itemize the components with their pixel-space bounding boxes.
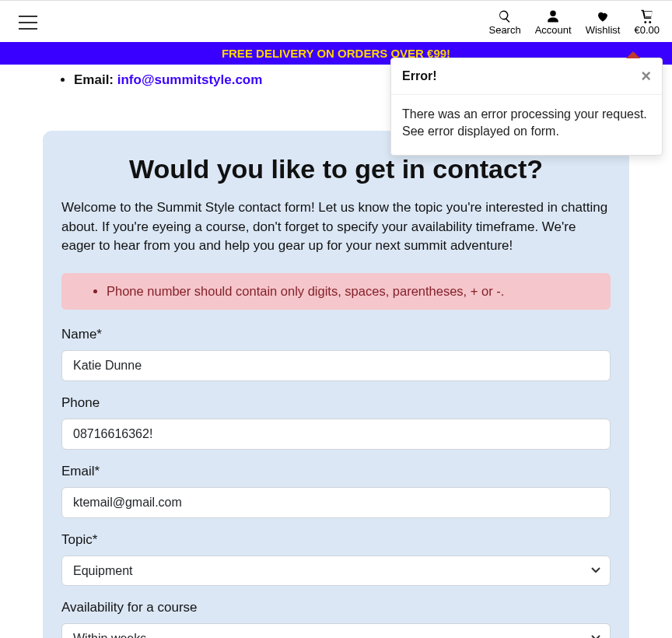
card-intro: Welcome to the Summit Style contact form… — [61, 198, 611, 256]
error-item: Phone number should contain only digits,… — [107, 284, 595, 299]
email-label-field: Email* — [61, 464, 611, 479]
menu-button[interactable] — [19, 16, 37, 30]
cart-amount: €0.00 — [634, 24, 660, 36]
cart-icon — [640, 9, 654, 24]
name-input[interactable] — [61, 350, 611, 381]
email-input[interactable] — [61, 487, 611, 518]
search-label: Search — [488, 24, 520, 36]
form-error-alert: Phone number should contain only digits,… — [61, 273, 611, 310]
error-toast: Error! × There was an error processing y… — [390, 58, 663, 156]
toast-close-button[interactable]: × — [641, 68, 651, 85]
phone-input[interactable] — [61, 419, 611, 450]
search-icon — [498, 9, 512, 24]
cart-link[interactable]: €0.00 — [634, 9, 660, 36]
availability-label: Availability for a course — [61, 600, 611, 615]
site-header: Search Account Wishlist €0.00 — [0, 1, 672, 42]
wishlist-link[interactable]: Wishlist — [586, 9, 621, 36]
toast-title: Error! — [402, 69, 436, 83]
contact-card: Would you like to get in contact? Welcom… — [43, 131, 629, 638]
search-link[interactable]: Search — [488, 9, 520, 36]
account-label: Account — [535, 24, 572, 36]
email-label: Email: — [74, 72, 117, 87]
topic-select[interactable]: Equipment — [61, 556, 611, 586]
wishlist-label: Wishlist — [586, 24, 621, 36]
phone-label: Phone — [61, 395, 611, 411]
name-label: Name* — [61, 327, 611, 342]
account-link[interactable]: Account — [535, 9, 572, 36]
header-actions: Search Account Wishlist €0.00 — [488, 9, 660, 36]
contact-email-link[interactable]: info@summitstyle.com — [117, 72, 263, 87]
topic-label: Topic* — [61, 532, 611, 548]
card-title: Would you like to get in contact? — [61, 154, 611, 184]
availability-select[interactable]: Within weeks — [61, 623, 611, 638]
toast-body: There was an error processing your reque… — [391, 95, 662, 155]
heart-icon — [596, 9, 610, 24]
user-icon — [546, 9, 560, 24]
